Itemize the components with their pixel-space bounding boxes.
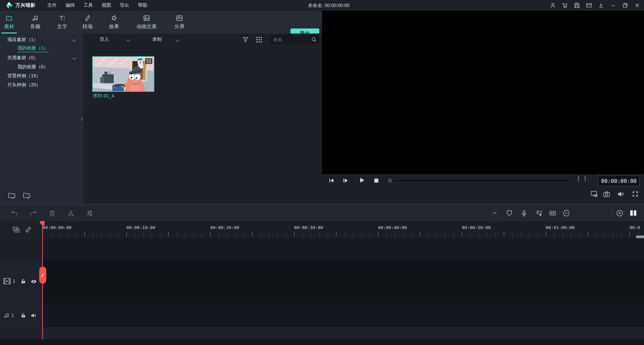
ruler-tick bbox=[194, 233, 194, 236]
ruler-tick bbox=[168, 232, 169, 236]
tab-elements[interactable]: 动画元素 bbox=[132, 11, 161, 33]
link-clips-icon[interactable] bbox=[23, 225, 33, 234]
ruler-tick bbox=[244, 233, 244, 236]
snapshot-camera-icon[interactable] bbox=[602, 190, 611, 198]
tab-effects[interactable]: 效果 bbox=[104, 11, 124, 33]
chevron-down-icon[interactable] bbox=[72, 56, 76, 60]
menu-item[interactable]: 帮助 bbox=[138, 2, 147, 8]
lock-track-icon[interactable] bbox=[20, 278, 26, 284]
tab-splitscreen[interactable]: 分屏 bbox=[169, 11, 190, 33]
sidebar-item-my-album-shared[interactable]: 我的相册（0） bbox=[0, 62, 84, 71]
record-voiceover-icon[interactable] bbox=[520, 209, 528, 217]
minimize-button[interactable] bbox=[609, 2, 616, 9]
adjust-properties-button[interactable] bbox=[85, 209, 94, 217]
ruler-tick bbox=[51, 233, 51, 236]
search-input[interactable] bbox=[270, 35, 312, 44]
save-icon[interactable] bbox=[573, 2, 580, 9]
play-button[interactable] bbox=[358, 176, 366, 185]
close-button[interactable] bbox=[634, 2, 641, 9]
ruler-tick bbox=[428, 233, 429, 236]
collapse-sidebar-handle[interactable] bbox=[80, 116, 84, 122]
video-track-header: 1 bbox=[0, 260, 42, 304]
clip-name[interactable]: 序列 01_4 bbox=[93, 93, 155, 99]
mail-icon[interactable] bbox=[585, 2, 592, 9]
timeline-lower-lane[interactable] bbox=[0, 327, 644, 339]
ruler-label: 00:00:40:00 bbox=[378, 225, 407, 230]
toggle-visibility-icon[interactable] bbox=[30, 278, 37, 285]
sidebar-item-my-album-project[interactable]: 我的相册（1） bbox=[0, 44, 84, 53]
search-icon[interactable] bbox=[311, 37, 317, 43]
marker-icon[interactable] bbox=[505, 209, 514, 217]
sidebar-item-project-media[interactable]: 项目素材（1） bbox=[0, 35, 84, 44]
fit-timeline-icon[interactable] bbox=[548, 209, 557, 217]
playhead-scissors-handle[interactable]: ✂ bbox=[39, 267, 46, 284]
import-button[interactable]: 导入 bbox=[100, 37, 109, 43]
mute-track-icon[interactable] bbox=[30, 312, 37, 319]
seek-bar[interactable] bbox=[388, 180, 570, 181]
stop-button[interactable] bbox=[372, 176, 381, 185]
delete-album-icon[interactable] bbox=[22, 191, 31, 200]
tab-text[interactable]: 文字 bbox=[52, 11, 72, 33]
mark-in-icon[interactable]: { bbox=[578, 175, 580, 182]
render-preview-icon[interactable] bbox=[490, 209, 499, 217]
video-track-number: 1 bbox=[13, 279, 15, 284]
menu-item[interactable]: 工具 bbox=[84, 2, 93, 8]
audio-track[interactable]: 1 bbox=[0, 304, 644, 327]
store-cart-icon[interactable] bbox=[561, 2, 568, 9]
display-settings-icon[interactable] bbox=[590, 190, 599, 198]
grid-view-icon[interactable] bbox=[256, 37, 262, 43]
mark-out-icon[interactable]: } bbox=[584, 175, 586, 182]
ruler-tick bbox=[470, 233, 471, 236]
record-button[interactable]: 录制 bbox=[152, 37, 162, 43]
download-icon[interactable] bbox=[597, 2, 604, 9]
timeline-empty-lane[interactable] bbox=[0, 238, 644, 260]
timeline-ruler[interactable]: 00:00:00:0000:00:10:0000:00:20:0000:00:3… bbox=[0, 221, 644, 238]
zoom-out-icon[interactable] bbox=[562, 209, 571, 217]
restore-button[interactable] bbox=[622, 2, 629, 9]
delete-button[interactable] bbox=[48, 209, 56, 217]
timeline-hscrollbar[interactable] bbox=[636, 235, 644, 238]
media-clip-thumbnail[interactable] bbox=[92, 56, 154, 92]
account-icon[interactable] bbox=[549, 2, 556, 9]
library-sidebar: 项目素材（1） 我的相册（1） 共用素材（0） 我的相册（0） 背景样例（15）… bbox=[0, 33, 84, 204]
asset-tab-bar: 素材 音频 文字 转场 效果 动画元素 分屏 导出 bbox=[0, 11, 322, 34]
sidebar-item-intro-samples[interactable]: 片头样例（20） bbox=[0, 80, 84, 89]
tab-media[interactable]: 素材 bbox=[1, 11, 17, 33]
lock-track-icon[interactable] bbox=[20, 312, 26, 319]
menu-item[interactable]: 文件 bbox=[47, 2, 57, 8]
tab-label: 文字 bbox=[57, 23, 67, 30]
audio-mixer-icon[interactable] bbox=[535, 209, 543, 217]
next-frame-button[interactable] bbox=[341, 176, 350, 185]
add-album-icon[interactable] bbox=[7, 191, 16, 200]
sidebar-item-background-samples[interactable]: 背景样例（15） bbox=[0, 71, 84, 80]
ruler-label: 00:00:10:00 bbox=[126, 225, 155, 230]
preview-timecode: 00:00:00:00 bbox=[598, 176, 640, 186]
preview-screen[interactable] bbox=[322, 11, 644, 174]
sidebar-item-shared-media[interactable]: 共用素材（0） bbox=[0, 53, 84, 62]
menu-item[interactable]: 视图 bbox=[102, 2, 111, 8]
previous-frame-button[interactable] bbox=[327, 176, 336, 185]
video-track[interactable]: 1 bbox=[0, 260, 644, 304]
seek-handle[interactable] bbox=[388, 178, 392, 183]
zoom-in-icon[interactable] bbox=[615, 209, 624, 217]
import-chevron-icon[interactable] bbox=[126, 38, 130, 42]
volume-icon[interactable] bbox=[616, 190, 625, 198]
ruler-label: 00:00:00:00 bbox=[43, 225, 71, 230]
add-track-icon[interactable] bbox=[11, 225, 21, 234]
tab-audio[interactable]: 音频 bbox=[25, 11, 45, 33]
ruler-tick bbox=[126, 232, 127, 236]
fullscreen-icon[interactable] bbox=[631, 190, 640, 198]
panel-layout-icon[interactable] bbox=[629, 209, 638, 217]
text-tool-icon bbox=[58, 14, 66, 22]
ruler-tick bbox=[596, 233, 596, 236]
tab-transition[interactable]: 转场 bbox=[77, 11, 98, 33]
filter-icon[interactable] bbox=[242, 36, 249, 43]
chevron-down-icon[interactable] bbox=[72, 38, 76, 42]
menu-item[interactable]: 编辑 bbox=[65, 2, 75, 8]
window-buttons bbox=[549, 0, 643, 11]
split-scissors-button[interactable] bbox=[66, 209, 75, 217]
menu-item[interactable]: 导出 bbox=[120, 2, 129, 8]
record-chevron-icon[interactable] bbox=[175, 38, 179, 42]
undo-button[interactable] bbox=[10, 209, 19, 217]
redo-button[interactable] bbox=[29, 209, 38, 217]
